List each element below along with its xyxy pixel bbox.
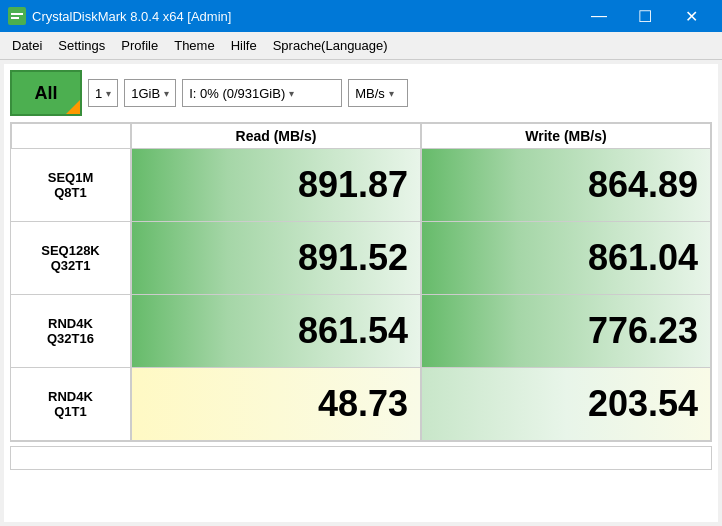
- menu-item-profile[interactable]: Profile: [113, 34, 166, 57]
- runs-arrow: ▾: [106, 88, 111, 99]
- table-row: RND4K Q1T1 48.73 203.54: [11, 368, 711, 441]
- grid-header: Read (MB/s) Write (MB/s): [11, 123, 711, 149]
- window-title: CrystalDiskMark 8.0.4 x64 [Admin]: [32, 9, 231, 24]
- size-dropdown[interactable]: 1GiB ▾: [124, 79, 176, 107]
- row-label-rnd4k-q1t1: RND4K Q1T1: [11, 368, 131, 440]
- main-content: All 1 ▾ 1GiB ▾ I: 0% (0/931GiB) ▾ MB/s ▾…: [4, 64, 718, 522]
- drive-arrow: ▾: [289, 88, 294, 99]
- table-row: SEQ128K Q32T1 891.52 861.04: [11, 222, 711, 295]
- all-button[interactable]: All: [10, 70, 82, 116]
- window-controls: — ☐ ✕: [576, 0, 714, 32]
- row-label-seq128k: SEQ128K Q32T1: [11, 222, 131, 294]
- size-arrow: ▾: [164, 88, 169, 99]
- row-write-seq128k: 861.04: [421, 222, 711, 294]
- unit-arrow: ▾: [389, 88, 394, 99]
- table-row: SEQ1M Q8T1 891.87 864.89: [11, 149, 711, 222]
- toolbar: All 1 ▾ 1GiB ▾ I: 0% (0/931GiB) ▾ MB/s ▾: [10, 70, 712, 116]
- menu-item-settings[interactable]: Settings: [50, 34, 113, 57]
- unit-dropdown[interactable]: MB/s ▾: [348, 79, 408, 107]
- row-label-rnd4k-q32t16: RND4K Q32T16: [11, 295, 131, 367]
- row-write-rnd4k-q32t16: 776.23: [421, 295, 711, 367]
- row-read-seq128k: 891.52: [131, 222, 421, 294]
- title-bar: CrystalDiskMark 8.0.4 x64 [Admin] — ☐ ✕: [0, 0, 722, 32]
- row-write-seq1m: 864.89: [421, 149, 711, 221]
- menu-item-sprache-language-[interactable]: Sprache(Language): [265, 34, 396, 57]
- menu-item-hilfe[interactable]: Hilfe: [223, 34, 265, 57]
- svg-rect-1: [11, 13, 23, 15]
- minimize-button[interactable]: —: [576, 0, 622, 32]
- table-row: RND4K Q32T16 861.54 776.23: [11, 295, 711, 368]
- runs-dropdown[interactable]: 1 ▾: [88, 79, 118, 107]
- app-icon: [8, 7, 26, 25]
- header-write: Write (MB/s): [421, 123, 711, 149]
- footer-bar: [10, 446, 712, 470]
- menu-item-datei[interactable]: Datei: [4, 34, 50, 57]
- row-read-rnd4k-q1t1: 48.73: [131, 368, 421, 440]
- maximize-button[interactable]: ☐: [622, 0, 668, 32]
- svg-rect-2: [11, 17, 19, 19]
- svg-rect-0: [10, 9, 24, 23]
- close-button[interactable]: ✕: [668, 0, 714, 32]
- row-write-rnd4k-q1t1: 203.54: [421, 368, 711, 440]
- header-read: Read (MB/s): [131, 123, 421, 149]
- drive-dropdown[interactable]: I: 0% (0/931GiB) ▾: [182, 79, 342, 107]
- results-grid: Read (MB/s) Write (MB/s) SEQ1M Q8T1 891.…: [10, 122, 712, 442]
- header-col1: [11, 123, 131, 149]
- menu-item-theme[interactable]: Theme: [166, 34, 222, 57]
- row-read-seq1m: 891.87: [131, 149, 421, 221]
- row-read-rnd4k-q32t16: 861.54: [131, 295, 421, 367]
- row-label-seq1m: SEQ1M Q8T1: [11, 149, 131, 221]
- menu-bar: DateiSettingsProfileThemeHilfeSprache(La…: [0, 32, 722, 60]
